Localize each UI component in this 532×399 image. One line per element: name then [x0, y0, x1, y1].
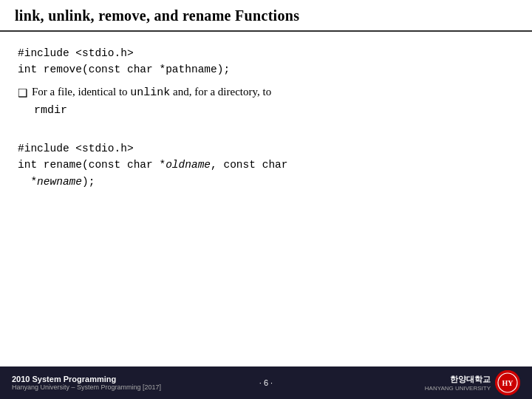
footer-left: 2010 System Programming Hanyang Universi…: [12, 375, 161, 391]
code-block-1: #include <stdio.h> int remove(const char…: [18, 45, 514, 78]
footer-course: 2010 System Programming: [12, 375, 116, 383]
code-inline-unlink: unlink: [130, 86, 170, 99]
description-1: ❑ For a file, identical to unlink and, f…: [18, 83, 514, 120]
logo-text-block: 한양대학교 HANYANG UNIVERSITY: [425, 374, 491, 392]
code-line-1-2: int remove(const char *pathname);: [18, 64, 230, 75]
code-line-2-1: #include <stdio.h>: [18, 143, 134, 154]
code-line-1-1: #include <stdio.h>: [18, 47, 134, 59]
svg-text:HY: HY: [502, 379, 514, 387]
slide: link, unlink, remove, and rename Functio…: [0, 0, 532, 399]
checkbox-icon: ❑: [18, 84, 27, 102]
footer-logo: 한양대학교 HANYANG UNIVERSITY HY: [425, 370, 520, 395]
slide-footer: 2010 System Programming Hanyang Universi…: [0, 366, 532, 399]
logo-text-en: HANYANG UNIVERSITY: [425, 385, 491, 392]
logo-svg: HY: [495, 370, 520, 395]
section-gap: [18, 126, 514, 140]
desc-text-1: For a file, identical to unlink and, for…: [32, 83, 271, 102]
slide-header: link, unlink, remove, and rename Functio…: [0, 0, 532, 32]
university-logo: HY: [495, 370, 520, 395]
code-line-2-2: int rename(const char *oldname, const ch…: [18, 159, 287, 171]
logo-text-ko: 한양대학교: [450, 374, 491, 385]
code-line-2-3: *newname);: [18, 176, 95, 188]
code-block-2: #include <stdio.h> int rename(const char…: [18, 140, 514, 190]
slide-title: link, unlink, remove, and rename Functio…: [15, 7, 517, 24]
footer-university: Hanyang University – System Programming …: [12, 383, 161, 391]
desc-indent-1: rmdir: [18, 102, 514, 120]
desc-line-1: ❑ For a file, identical to unlink and, f…: [18, 83, 514, 102]
slide-content: #include <stdio.h> int remove(const char…: [0, 32, 532, 366]
footer-page: · 6 ·: [259, 378, 273, 387]
